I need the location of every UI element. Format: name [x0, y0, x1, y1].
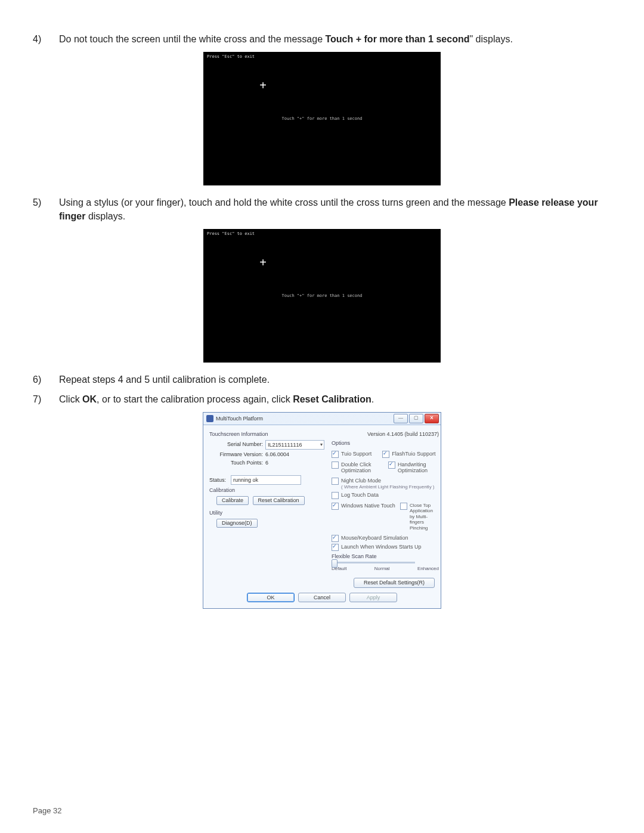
checkbox-icon [332, 535, 339, 542]
close-button[interactable]: X [425, 414, 439, 423]
chk-tuio[interactable]: Tuio Support [332, 451, 371, 458]
chk-label: Log Touch Data [341, 492, 379, 498]
checkbox-icon [332, 478, 339, 485]
label: Firmware Version: [216, 451, 265, 458]
t: , or to start the calibration process ag… [97, 394, 293, 404]
calibration-screen: Press "Esc" to exit + Touch "+" for more… [203, 52, 441, 185]
chk-label: Tuio Support [341, 451, 371, 457]
step-num: 6) [33, 373, 45, 386]
slider-label-enhanced: Enhanced [417, 566, 439, 572]
group-options: Options [332, 440, 439, 447]
multitouch-dialog: MultiTouch Platform — ▢ X Touchscreen In… [203, 412, 441, 609]
chk-windows-native[interactable]: Windows Native Touch [332, 503, 395, 531]
label: Serial Number: [216, 441, 265, 448]
figure-dialog: MultiTouch Platform — ▢ X Touchscreen In… [33, 412, 611, 609]
dialog-title: MultiTouch Platform [216, 416, 263, 422]
checkbox-icon [332, 451, 339, 458]
t: Using a stylus (or your finger), touch a… [59, 197, 509, 208]
esc-hint: Press "Esc" to exit [207, 54, 255, 59]
chk-label: Launch When Windows Starts Up [341, 544, 422, 550]
chk-launch[interactable]: Launch When Windows Starts Up [332, 544, 439, 551]
checkbox-icon [332, 544, 339, 551]
chk-mks[interactable]: Mouse/Keyboard Simulation [332, 535, 439, 542]
version-label: Version 4.1405 (build 110237) [332, 431, 439, 438]
calibrate-button[interactable]: Calibrate [216, 496, 249, 505]
chk-nightclub[interactable]: Night Club Mode ( Where Ambient Light Fl… [332, 478, 439, 490]
step-num: 5) [33, 196, 45, 223]
diagnose-button[interactable]: Diagnose(D) [216, 519, 258, 528]
row-touchpoints: Touch Points: 6 [216, 460, 324, 466]
checkbox-icon [332, 492, 339, 499]
step-6: 6) Repeat steps 4 and 5 until calibratio… [33, 373, 611, 386]
t: " displays. [469, 34, 512, 44]
label: Status: [209, 477, 231, 484]
row-status: Status: running ok [209, 475, 324, 485]
dialog-footer: Reset Default Settings(R) OK Cancel Appl… [203, 575, 441, 609]
group-utility: Utility [209, 510, 324, 516]
chk-handwriting[interactable]: Handwriting Optimization [388, 462, 439, 475]
figure-calibration-2: Press "Esc" to exit + Touch "+" for more… [33, 229, 611, 363]
chk-sublabel: ( Where Ambient Light Flashing Frequentl… [341, 484, 435, 490]
step-text: Click OK, or to start the calibration pr… [59, 393, 611, 406]
value: 6.06.0004 [265, 451, 301, 458]
step-7: 7) Click OK, or to start the calibration… [33, 393, 611, 406]
calibration-screen: Press "Esc" to exit + Touch "+" for more… [203, 229, 441, 363]
figure-calibration-1: Press "Esc" to exit + Touch "+" for more… [33, 52, 611, 185]
chk-label: Windows Native Touch [341, 503, 395, 509]
cancel-button[interactable]: Cancel [298, 593, 346, 603]
apply-button[interactable]: Apply [349, 593, 397, 603]
t-bold: OK [82, 394, 97, 404]
group-touch-info: Touchscreen Information [209, 431, 324, 438]
step-text: Repeat steps 4 and 5 until calibration i… [59, 373, 611, 386]
dialog-titlebar: MultiTouch Platform — ▢ X [203, 413, 441, 425]
chk-label: FlashTuio Support [392, 451, 435, 457]
step-text: Do not touch the screen until the white … [59, 33, 611, 46]
value: 6 [265, 460, 301, 466]
t: Do not touch the screen until the white … [59, 34, 325, 44]
right-column: Version 4.1405 (build 110237) Options Tu… [332, 431, 439, 573]
step-num: 7) [33, 393, 45, 406]
group-calibration: Calibration [209, 487, 324, 494]
step-text: Using a stylus (or your finger), touch a… [59, 196, 611, 223]
maximize-button[interactable]: ▢ [409, 414, 423, 423]
chk-close-top[interactable]: Close Top Application by Multi-fingers P… [400, 503, 439, 531]
t-bold: Touch + for more than 1 second [325, 34, 469, 44]
checkbox-icon [400, 503, 407, 510]
cross-icon: + [259, 256, 267, 268]
t: . [371, 394, 374, 404]
chk-label: Handwriting Optimization [398, 462, 439, 475]
chk-label: Close Top Application by Multi-fingers P… [410, 503, 439, 531]
t: Click [59, 394, 82, 404]
status-box: running ok [231, 475, 301, 485]
step-num: 4) [33, 33, 45, 46]
row-serial: Serial Number: IL2151111116 [216, 440, 324, 450]
app-icon [206, 415, 213, 422]
step-4: 4) Do not touch the screen until the whi… [33, 33, 611, 46]
dialog-body: Touchscreen Information Serial Number: I… [203, 425, 441, 575]
group-flex-scan: Flexible Scan Rate [332, 553, 439, 560]
page-number: Page 32 [33, 806, 61, 815]
chk-log[interactable]: Log Touch Data [332, 492, 439, 499]
scan-rate-slider[interactable]: Default Normal Enhanced [332, 562, 439, 572]
chk-label: Double Click Optimization [341, 462, 383, 475]
t-bold: Reset Calibration [293, 394, 371, 404]
label: Touch Points: [216, 460, 265, 466]
chk-doubleclick[interactable]: Double Click Optimization [332, 462, 383, 475]
touch-message: Touch "+" for more than 1 second [282, 116, 363, 121]
cross-icon: + [259, 79, 267, 91]
chk-label: Mouse/Keyboard Simulation [341, 535, 408, 541]
ok-button[interactable]: OK [247, 593, 295, 603]
chk-flashtuio[interactable]: FlashTuio Support [382, 451, 435, 458]
reset-calibration-button[interactable]: Reset Calibration [253, 496, 305, 505]
step-5: 5) Using a stylus (or your finger), touc… [33, 196, 611, 223]
minimize-button[interactable]: — [394, 414, 408, 423]
slider-thumb-icon [332, 559, 338, 568]
checkbox-icon [388, 462, 395, 469]
serial-dropdown[interactable]: IL2151111116 [265, 440, 324, 450]
reset-defaults-button[interactable]: Reset Default Settings(R) [354, 578, 435, 588]
checkbox-icon [382, 451, 389, 458]
t: displays. [85, 211, 125, 221]
chk-label: Night Club Mode [341, 478, 435, 484]
row-firmware: Firmware Version: 6.06.0004 [216, 451, 324, 458]
slider-label-normal: Normal [374, 566, 390, 572]
